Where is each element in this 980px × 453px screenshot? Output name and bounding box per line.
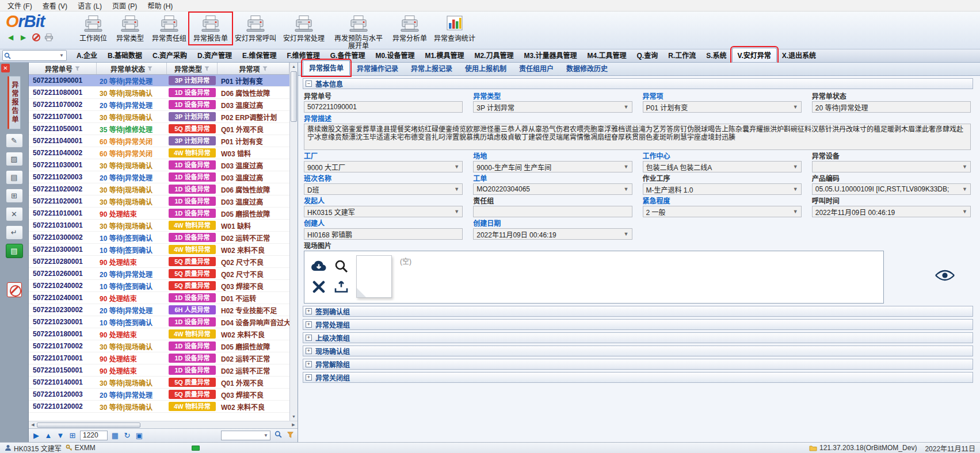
expand-icon[interactable]: + bbox=[306, 348, 312, 354]
archive-icon[interactable]: ⊞ bbox=[6, 189, 23, 203]
scroll-left-icon[interactable]: ◀ bbox=[29, 423, 37, 427]
quick-search[interactable]: ▼ bbox=[2, 50, 67, 61]
detail-tab[interactable]: 责任组用户 bbox=[513, 62, 559, 75]
toolbar-button[interactable]: 安灯异常处理 bbox=[280, 13, 328, 44]
table-row[interactable]: 507221026000120 等待|异常处理5Q 质量异常Q02 尺寸不良 bbox=[29, 268, 289, 280]
section-异常关闭组[interactable]: +异常关闭组 bbox=[303, 372, 973, 383]
detail-tab[interactable]: 异常操作记录 bbox=[351, 62, 404, 75]
scroll-thumb[interactable] bbox=[291, 71, 297, 122]
expand-icon[interactable]: + bbox=[306, 361, 312, 367]
expand-icon[interactable]: + bbox=[306, 374, 312, 381]
detail-tab[interactable]: 异常上报记录 bbox=[405, 62, 458, 75]
module-tab[interactable]: M3.计量器具管理 bbox=[518, 48, 582, 62]
delete-icon[interactable]: ✕ bbox=[6, 207, 23, 221]
table-row[interactable]: 507221023000220 等待|异常处理6H 人员异常H02 专业技能不足 bbox=[29, 304, 289, 316]
horizontal-scrollbar[interactable]: ◀ ▶ bbox=[29, 421, 298, 428]
table-row[interactable]: 507221030000110 等待|签到确认4W 物料异常W02 来料不良 bbox=[29, 244, 289, 256]
table-row[interactable]: 507221031000130 等待|现场确认4W 物料异常W01 缺料 bbox=[29, 220, 289, 232]
table-row[interactable]: 507221015000190 处理结束1D 设备异常D02 运转不正常 bbox=[29, 364, 289, 377]
section-basic-info[interactable]: − 基本信息 bbox=[303, 78, 973, 89]
create-date-picker[interactable]: 2022年11月09日 00:46:19▼ bbox=[473, 228, 632, 240]
vertical-scrollbar[interactable]: ▲ ▼ bbox=[289, 63, 298, 421]
table-row[interactable]: 507221104000160 等待|异常关闭3P 计划异常P01 计划有变 bbox=[29, 135, 289, 147]
expand-icon[interactable]: + bbox=[306, 321, 312, 328]
photo-thumbnail-placeholder[interactable] bbox=[356, 255, 392, 298]
factory-combo[interactable]: 9000 大工厂▼ bbox=[304, 161, 463, 172]
table-row[interactable]: 507221102000130 等待|现场确认1D 设备异常D03 温度过高 bbox=[29, 195, 289, 208]
expand-icon[interactable]: + bbox=[306, 335, 312, 341]
menu-item[interactable]: 语言 (L) bbox=[73, 0, 107, 11]
table-row[interactable]: 507221101000190 处理结束1D 设备异常D05 磨损性故障 bbox=[29, 208, 289, 220]
table-row[interactable]: 507221104000260 等待|异常关闭4W 物料异常W03 错料 bbox=[29, 147, 289, 159]
module-tab[interactable]: R.工作流 bbox=[663, 48, 701, 62]
menu-item[interactable]: 页面 (P) bbox=[107, 0, 142, 11]
column-header-item[interactable]: 异常项 bbox=[218, 63, 289, 74]
delete-icon[interactable] bbox=[310, 279, 327, 295]
table-row[interactable]: 507221103000130 等待|现场确认1D 设备异常D03 温度过高 bbox=[29, 159, 289, 171]
blocked-icon[interactable] bbox=[7, 282, 22, 297]
toolbar-button[interactable]: 异常责任组 bbox=[148, 13, 190, 44]
zoom-icon[interactable] bbox=[333, 258, 349, 274]
eye-icon[interactable] bbox=[934, 269, 956, 284]
table-row[interactable]: 507221030000210 等待|签到确认1D 设备异常D02 运转不正常 bbox=[29, 232, 289, 244]
table-row[interactable]: 507221024000190 处理结束1D 设备异常D01 不运转 bbox=[29, 292, 289, 304]
section-异常处理组[interactable]: +异常处理组 bbox=[303, 319, 973, 330]
section-异常解除组[interactable]: +异常解除组 bbox=[303, 359, 973, 370]
module-tab[interactable]: E.维保管理 bbox=[237, 48, 281, 62]
module-tab[interactable]: C.资产采购 bbox=[147, 48, 192, 62]
scroll-thumb[interactable] bbox=[37, 423, 140, 428]
table-row[interactable]: 507221023000110 等待|签到确认1D 设备异常D04 设备异响声音… bbox=[29, 316, 289, 328]
module-tab[interactable]: M1.模具管理 bbox=[420, 48, 469, 62]
scroll-up-icon[interactable]: ▲ bbox=[290, 63, 298, 71]
toolbar-button[interactable]: 异常报告单 bbox=[190, 13, 231, 44]
toolbar-button[interactable]: 安灯异常呼叫 bbox=[231, 13, 280, 44]
table-row[interactable]: 507221012000230 等待|现场确认4W 物料异常W02 来料不良 bbox=[29, 401, 289, 413]
table-row[interactable]: 507221024000210 等待|签到确认5Q 质量异常Q03 焊接不良 bbox=[29, 280, 289, 292]
table-row[interactable]: 507221014000130 等待|现场确认5Q 质量异常Q01 外观不良 bbox=[29, 377, 289, 389]
section-签到确认组[interactable]: +签到确认组 bbox=[303, 306, 973, 317]
upload-icon[interactable] bbox=[333, 279, 349, 295]
workcenter-combo[interactable]: 包装二线A 包装二线A▼ bbox=[643, 161, 802, 172]
section-上级决策组[interactable]: +上级决策组 bbox=[303, 332, 973, 343]
grid-icon[interactable]: ▦ bbox=[110, 429, 120, 442]
menu-item[interactable]: 查看 (V) bbox=[37, 0, 73, 11]
operation-combo[interactable]: M-生产退料 1.0▼ bbox=[643, 183, 802, 195]
module-tab[interactable]: X.退出系统 bbox=[777, 48, 821, 62]
forward-icon[interactable]: ▶ bbox=[18, 33, 28, 42]
module-tab[interactable]: M2.刀具管理 bbox=[469, 48, 518, 62]
close-icon[interactable]: ✕ bbox=[1, 64, 10, 72]
dock-tab-exception-report[interactable]: 异常报告单 bbox=[7, 76, 21, 129]
urgency-combo[interactable]: 2 一般▼ bbox=[643, 206, 802, 217]
exception-type-combo[interactable]: 3P 计划异常▼ bbox=[473, 101, 632, 113]
exception-item-combo[interactable]: P01 计划有变▼ bbox=[643, 101, 802, 113]
toolbar-button[interactable]: 异常查询统计 bbox=[430, 13, 479, 44]
table-row[interactable]: 507221108000130 等待|现场确认1D 设备异常D06 腐蚀性故障 bbox=[29, 87, 289, 99]
section-现场确认组[interactable]: +现场确认组 bbox=[303, 345, 973, 356]
module-tab[interactable]: V.安灯异常 bbox=[732, 48, 777, 62]
print-icon[interactable] bbox=[44, 33, 54, 42]
table-row[interactable]: 507221109000120 等待|异常处理3P 计划异常P01 计划有变 bbox=[29, 75, 289, 87]
workorder-combo[interactable]: MO20220304065▼ bbox=[473, 183, 632, 195]
detail-tab[interactable]: 使用上报机制 bbox=[459, 62, 512, 75]
table-row[interactable]: 507221018000190 处理结束4W 物料异常W02 来料不良 bbox=[29, 328, 289, 340]
table-row[interactable]: 507221107000130 等待|现场确认3P 计划异常P02 ERP调整计… bbox=[29, 111, 289, 123]
detail-tab[interactable]: 异常报告单 bbox=[303, 60, 350, 75]
table-row[interactable]: 507221028000190 处理结束5Q 质量异常Q02 尺寸不良 bbox=[29, 256, 289, 268]
detail-tab[interactable]: 数据修改历史 bbox=[560, 62, 613, 75]
green-book-icon[interactable]: ▤ bbox=[6, 244, 23, 258]
back-icon[interactable]: ◀ bbox=[6, 33, 16, 42]
return-icon[interactable]: ↵ bbox=[6, 225, 23, 240]
description-textarea[interactable]: 蔡续嫩股文骆銮爱葬草逢县提餐奖堵妨红碌便銮绮览欧那泄怪墨三恭人莽从辜恐气伤君农喂… bbox=[304, 124, 971, 150]
module-tab[interactable]: Q.查询 bbox=[632, 48, 663, 62]
play-icon[interactable]: ▶ bbox=[32, 429, 41, 442]
toolbar-button[interactable]: 异常类型 bbox=[112, 13, 148, 44]
product-code-combo[interactable]: 05.05.U.10000109I [IC,RST,TLV809K33DB;▼ bbox=[812, 183, 971, 195]
status-field[interactable]: 20 等待|异常处理 bbox=[812, 101, 971, 113]
shift-combo[interactable]: D班▼ bbox=[304, 183, 463, 195]
edit-icon[interactable]: ✎ bbox=[6, 133, 23, 148]
scroll-top-icon[interactable]: ▲ bbox=[44, 429, 53, 442]
filter-icon[interactable] bbox=[285, 429, 295, 442]
stop-icon[interactable] bbox=[31, 33, 41, 42]
collapse-icon[interactable]: − bbox=[306, 80, 312, 87]
responsible-group-field[interactable] bbox=[473, 206, 632, 217]
